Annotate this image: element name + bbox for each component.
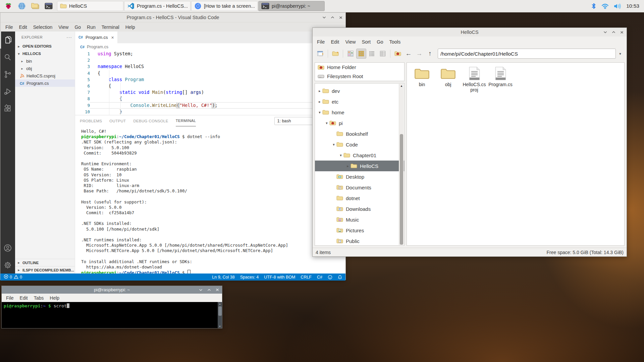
menu-file[interactable]: File xyxy=(314,39,328,45)
code-line[interactable]: 4{ xyxy=(75,70,345,76)
tree-item-dotnet[interactable]: dotnet xyxy=(315,193,404,203)
explorer-item-hellocs-csproj[interactable]: HelloCS.csproj xyxy=(15,72,75,79)
view-thumbnails-button[interactable]: A xyxy=(345,49,356,59)
tree-item-bookshelf[interactable]: Bookshelf xyxy=(315,128,404,139)
notifications-bell-icon[interactable] xyxy=(338,275,342,280)
errors-indicator[interactable]: 0 xyxy=(4,274,12,280)
up-button[interactable]: ↑ xyxy=(425,49,435,59)
terminal-titlebar[interactable]: pi@raspberrypi: ~ xyxy=(2,286,222,294)
expander-closed-icon[interactable]: ▸ xyxy=(345,164,351,168)
forward-button[interactable]: → xyxy=(414,49,424,59)
tab-close-icon[interactable]: × xyxy=(111,35,114,40)
menu-edit[interactable]: Edit xyxy=(16,24,30,30)
menu-go[interactable]: Go xyxy=(374,39,386,45)
account-icon[interactable] xyxy=(0,239,15,256)
vscode-titlebar[interactable]: Program.cs - HelloCS - Visual Studio Cod… xyxy=(0,13,345,22)
settings-icon[interactable] xyxy=(0,256,15,274)
breadcrumb[interactable]: C# Program.cs xyxy=(75,43,345,51)
new-folder-button[interactable] xyxy=(330,49,340,59)
scrollbar-thumb[interactable] xyxy=(218,306,222,316)
menu-file[interactable]: File xyxy=(3,295,17,301)
tree-item-chapter01[interactable]: ▾Chapter01 xyxy=(315,150,404,161)
file-item-obj[interactable]: obj xyxy=(435,67,461,93)
taskbar-window-button[interactable]: HelloCS xyxy=(57,1,123,11)
sidebar-section-outline[interactable]: ▸OUTLINE xyxy=(15,259,75,266)
view-compact-button[interactable] xyxy=(367,49,377,59)
clock[interactable]: 10:53 xyxy=(626,3,639,9)
warnings-indicator[interactable]: 0 xyxy=(14,275,22,280)
maximize-window-icon[interactable] xyxy=(612,31,615,34)
file-manager-launcher-icon[interactable] xyxy=(30,1,40,11)
menu-edit[interactable]: Edit xyxy=(328,39,342,45)
expander-open-icon[interactable]: ▾ xyxy=(324,121,329,125)
volume-icon[interactable] xyxy=(614,3,621,9)
code-line[interactable]: 5 class Program xyxy=(75,76,345,83)
source-control-activity-icon[interactable] xyxy=(0,66,15,83)
tree-item-pi[interactable]: ▾pi xyxy=(315,118,404,128)
code-editor[interactable]: 1using System;23namespace HelloCS4{5 cla… xyxy=(75,51,345,115)
expander-closed-icon[interactable]: ▸ xyxy=(317,89,322,93)
explorer-item-bin[interactable]: ▸bin xyxy=(15,57,75,65)
terminal-launcher-icon[interactable] xyxy=(44,1,54,11)
close-window-icon[interactable] xyxy=(339,16,342,19)
menu-help[interactable]: Help xyxy=(122,24,138,30)
taskbar-window-button[interactable]: Program.cs - HelloCS... xyxy=(124,1,191,11)
code-line[interactable]: 6 { xyxy=(75,83,345,89)
file-manager-content[interactable]: binobjHelloCS.csprojProgram.cs xyxy=(407,62,625,246)
expander-open-icon[interactable]: ▾ xyxy=(317,110,322,115)
feedback-smiley-icon[interactable] xyxy=(328,275,332,280)
status-item[interactable]: CRLF xyxy=(301,275,312,280)
scroll-up-icon[interactable]: ▲ xyxy=(399,84,404,88)
view-detailed-button[interactable] xyxy=(378,49,388,59)
expander-open-icon[interactable]: ▾ xyxy=(331,142,336,147)
tree-item-pictures[interactable]: Pictures xyxy=(315,225,404,236)
menu-view[interactable]: View xyxy=(55,24,71,30)
status-item[interactable]: C# xyxy=(317,275,322,280)
status-item[interactable]: Ln 9, Col 38 xyxy=(212,275,234,280)
file-item-program-cs[interactable]: Program.cs xyxy=(487,67,514,93)
explorer-item-program-cs[interactable]: C#Program.cs xyxy=(15,79,75,87)
menu-help[interactable]: Help xyxy=(47,295,62,301)
status-item[interactable]: Spaces: 4 xyxy=(240,275,259,280)
code-line[interactable]: 9 Console.WriteLine("Hello, C#!"); xyxy=(75,102,345,109)
raspberry-menu-launcher-icon[interactable] xyxy=(3,1,13,11)
file-manager-titlebar[interactable]: HelloCS xyxy=(313,28,627,37)
code-line[interactable]: 2 xyxy=(75,57,345,63)
menu-tabs[interactable]: Tabs xyxy=(31,295,47,301)
tree-item-dev[interactable]: ▸dev xyxy=(315,85,404,96)
search-activity-icon[interactable] xyxy=(0,49,15,66)
menu-go[interactable]: Go xyxy=(71,24,84,30)
scroll-down-icon[interactable]: ▼ xyxy=(218,324,222,328)
back-button[interactable]: ← xyxy=(404,49,414,59)
shade-window-icon[interactable] xyxy=(603,31,607,34)
scroll-up-icon[interactable]: ▲ xyxy=(218,302,222,306)
tree-item-desktop[interactable]: Desktop xyxy=(315,171,404,182)
menu-edit[interactable]: Edit xyxy=(17,295,31,301)
tree-item-etc[interactable]: ▸etc xyxy=(315,96,404,107)
panel-tab-debug-console[interactable]: DEBUG CONSOLE xyxy=(133,115,168,126)
menu-selection[interactable]: Selection xyxy=(30,24,56,30)
explorer-item-obj[interactable]: ▸obj xyxy=(15,65,75,72)
taskbar-window-button[interactable]: pi@raspberrypi: ~ xyxy=(258,1,325,11)
panel-tab-problems[interactable]: PROBLEMS xyxy=(80,115,102,126)
shade-window-icon[interactable] xyxy=(322,16,326,19)
web-browser-launcher-icon[interactable] xyxy=(17,1,27,11)
tree-item-music[interactable]: Music xyxy=(315,214,404,225)
close-window-icon[interactable] xyxy=(216,288,219,291)
sidebar-section-ilspy[interactable]: ▸ILSPY DECOMPILED MEMB... xyxy=(15,266,75,274)
menu-view[interactable]: View xyxy=(342,39,359,45)
menu-run[interactable]: Run xyxy=(84,24,99,30)
code-line[interactable]: 1using System; xyxy=(75,51,345,57)
menu-tools[interactable]: Tools xyxy=(386,39,404,45)
place-home-folder[interactable]: Home Folder xyxy=(315,63,404,72)
run-debug-activity-icon[interactable] xyxy=(0,83,15,100)
terminal-scrollbar[interactable]: ▲ ▼ xyxy=(218,302,222,328)
code-line[interactable]: 8 { xyxy=(75,96,345,102)
expander-open-icon[interactable]: ▾ xyxy=(338,153,343,158)
wifi-icon[interactable] xyxy=(601,3,609,9)
menu-file[interactable]: File xyxy=(2,24,16,30)
explorer-root-section[interactable]: ▾ HELLOCS xyxy=(15,50,75,57)
scrollbar-thumb[interactable] xyxy=(400,134,403,245)
extensions-activity-icon[interactable] xyxy=(0,100,15,117)
code-line[interactable]: 10 } xyxy=(75,109,345,115)
